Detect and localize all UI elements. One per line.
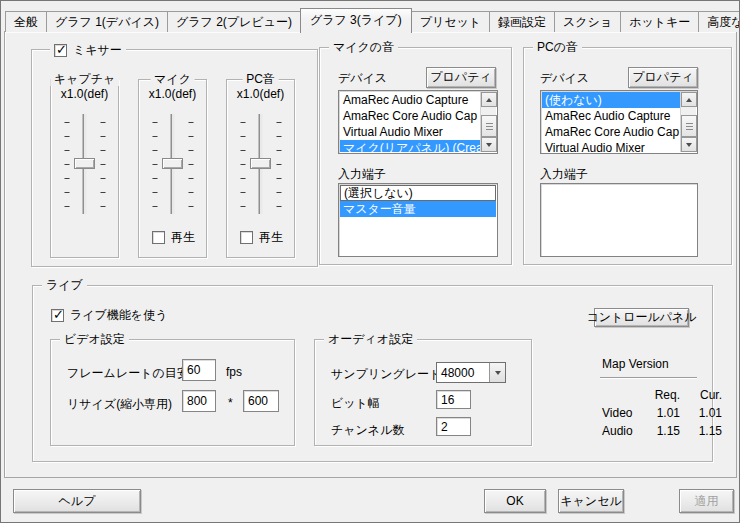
live-enable-label: ライブ機能を使う xyxy=(70,307,167,324)
req-column-header: Req. xyxy=(638,386,680,404)
list-item[interactable]: Virtual Audio Mixer xyxy=(340,124,480,140)
pc-input-listbox[interactable] xyxy=(540,183,698,257)
tab-advanced[interactable]: 高度な設定 xyxy=(698,11,740,32)
mixer-channel-mic: マイク x1.0(def) 再生 xyxy=(138,79,207,258)
tab-bar: 全般 グラフ 1(デバイス) グラフ 2(プレビュー) グラフ 3(ライブ) プ… xyxy=(5,7,740,32)
tab-graph2-preview[interactable]: グラフ 2(プレビュー) xyxy=(167,11,301,32)
settings-dialog: 全般 グラフ 1(デバイス) グラフ 2(プレビュー) グラフ 3(ライブ) プ… xyxy=(0,0,740,523)
mic-play-label: 再生 xyxy=(171,229,195,246)
mixer-enable-checkbox[interactable]: ミキサー xyxy=(50,42,126,59)
checkbox-checked-icon[interactable] xyxy=(51,309,64,322)
slider-ticks xyxy=(64,122,69,207)
pc-properties-button[interactable]: プロパティ xyxy=(628,67,698,88)
slider-thumb[interactable] xyxy=(250,158,271,169)
list-item[interactable]: AmaRec Audio Capture xyxy=(340,92,480,108)
list-item-selected[interactable]: マスター音量 xyxy=(340,201,496,217)
map-version-row-audio: Audio 1.15 1.15 xyxy=(602,422,722,440)
list-item[interactable]: Virtual Audio Mixer xyxy=(542,140,680,152)
tab-general[interactable]: 全般 xyxy=(5,11,47,32)
mic-gain-value: x1.0(def) xyxy=(139,87,206,101)
live-group: ライブ ライブ機能を使う ビデオ設定 フレームレートの目安 fps リサイズ(縮… xyxy=(32,285,713,462)
bitdepth-input[interactable] xyxy=(436,390,471,409)
mic-device-listbox[interactable]: AmaRec Audio Capture AmaRec Core Audio C… xyxy=(338,90,498,154)
map-version-header: Req. Cur. xyxy=(602,386,722,404)
slider-ticks xyxy=(276,122,281,207)
slider-thumb[interactable] xyxy=(74,158,95,169)
video-settings-group: ビデオ設定 フレームレートの目安 fps リサイズ(縮小専用) * xyxy=(50,339,295,446)
video-settings-title: ビデオ設定 xyxy=(60,332,129,346)
slider-ticks xyxy=(188,122,193,207)
scroll-down-icon[interactable] xyxy=(481,137,497,152)
mic-device-label: デバイス xyxy=(338,70,387,87)
list-item[interactable]: AmaRec Audio Capture xyxy=(542,108,680,124)
slider-ticks xyxy=(152,122,157,207)
channels-label: チャンネル数 xyxy=(331,422,404,439)
pc-audio-group: PCの音 デバイス プロパティ (使わない) AmaRec Audio Capt… xyxy=(523,47,732,265)
resize-height-input[interactable] xyxy=(243,390,279,412)
mic-input-label: 入力端子 xyxy=(338,166,386,183)
list-item[interactable]: (選択しない) xyxy=(340,185,496,201)
pc-volume-slider[interactable] xyxy=(238,114,283,216)
tab-graph1-device[interactable]: グラフ 1(デバイス) xyxy=(46,11,168,32)
framerate-input[interactable] xyxy=(182,359,216,381)
live-enable-checkbox[interactable]: ライブ機能を使う xyxy=(51,307,167,324)
times-label: * xyxy=(228,396,233,410)
mic-input-listbox[interactable]: (選択しない) マスター音量 xyxy=(338,183,498,257)
mic-play-checkbox[interactable]: 再生 xyxy=(152,229,195,246)
ok-button[interactable]: OK xyxy=(484,489,546,513)
framerate-label: フレームレートの目安 xyxy=(67,365,189,382)
mic-audio-title: マイクの音 xyxy=(329,40,398,54)
resize-width-input[interactable] xyxy=(182,390,216,412)
mixer-channel-pc: PC音 x1.0(def) 再生 xyxy=(226,79,295,258)
cancel-button[interactable]: キャンセル xyxy=(558,489,624,513)
pc-device-label: デバイス xyxy=(540,70,589,87)
channel-pc-title: PC音 xyxy=(242,72,279,86)
pc-device-listbox[interactable]: (使わない) AmaRec Audio Capture AmaRec Core … xyxy=(540,90,698,154)
channel-mic-title: マイク xyxy=(150,72,195,86)
mic-volume-slider[interactable] xyxy=(150,114,195,216)
scroll-up-icon[interactable] xyxy=(681,92,697,107)
audio-settings-title: オーディオ設定 xyxy=(324,332,417,346)
audio-settings-group: オーディオ設定 サンプリングレート 48000 ビット幅 チャンネル数 xyxy=(314,339,532,446)
list-item-selected[interactable]: (使わない) xyxy=(542,92,680,108)
scroll-up-icon[interactable] xyxy=(481,92,497,107)
checkbox-checked-icon[interactable] xyxy=(54,44,67,57)
list-item[interactable]: AmaRec Core Audio Cap xyxy=(340,108,480,124)
checkbox-unchecked-icon[interactable] xyxy=(240,231,253,244)
chevron-down-icon[interactable] xyxy=(489,363,505,382)
list-item[interactable]: AmaRec Core Audio Cap xyxy=(542,124,680,140)
map-version-row-video: Video 1.01 1.01 xyxy=(602,404,722,422)
capture-volume-slider[interactable] xyxy=(62,114,107,216)
map-version-divider xyxy=(600,377,697,378)
channel-capture-title: キャプチャ xyxy=(50,72,119,86)
bitdepth-label: ビット幅 xyxy=(331,395,380,412)
samplerate-combo[interactable]: 48000 xyxy=(436,362,506,383)
pc-audio-title: PCの音 xyxy=(533,40,582,54)
channels-input[interactable] xyxy=(436,417,471,436)
mic-device-rows: AmaRec Audio Capture AmaRec Core Audio C… xyxy=(340,92,480,152)
scrollbar[interactable] xyxy=(680,92,696,152)
mic-properties-button[interactable]: プロパティ xyxy=(426,67,496,88)
tab-screenshot[interactable]: スクショ xyxy=(554,11,621,32)
tab-graph3-live[interactable]: グラフ 3(ライブ) xyxy=(300,8,412,33)
pc-play-checkbox[interactable]: 再生 xyxy=(240,229,283,246)
tab-record-settings[interactable]: 録画設定 xyxy=(489,11,555,32)
slider-ticks xyxy=(100,122,105,207)
pc-gain-value: x1.0(def) xyxy=(227,87,294,101)
control-panel-button[interactable]: コントロールパネル xyxy=(594,308,689,327)
checkbox-unchecked-icon[interactable] xyxy=(152,231,165,244)
list-item-selected[interactable]: マイク(リアパネル) (Creative xyxy=(340,140,480,152)
scrollbar-thumb[interactable] xyxy=(681,115,697,137)
tab-preset[interactable]: プリセット xyxy=(411,11,490,32)
scrollbar[interactable] xyxy=(480,92,496,152)
scroll-down-icon[interactable] xyxy=(681,137,697,152)
scrollbar-thumb[interactable] xyxy=(481,115,497,137)
help-button[interactable]: ヘルプ xyxy=(13,489,141,513)
slider-ticks xyxy=(240,122,245,207)
tab-hotkey[interactable]: ホットキー xyxy=(620,11,699,32)
slider-thumb[interactable] xyxy=(162,158,183,169)
pc-device-rows: (使わない) AmaRec Audio Capture AmaRec Core … xyxy=(542,92,680,152)
map-version-title: Map Version xyxy=(602,357,669,371)
fps-unit-label: fps xyxy=(226,365,242,379)
mic-audio-group: マイクの音 デバイス プロパティ AmaRec Audio Capture Am… xyxy=(319,47,512,265)
